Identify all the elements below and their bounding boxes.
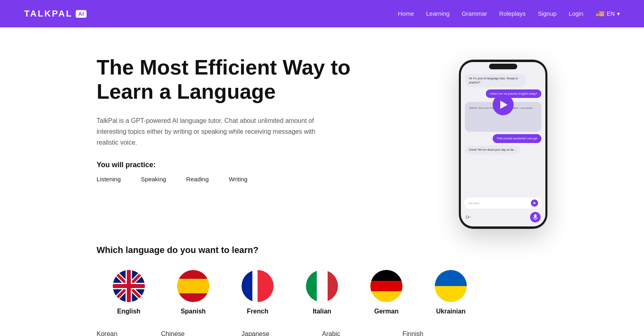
logo-link[interactable]: TALKPAL AI (24, 8, 87, 19)
language-heading: Which language do you want to learn? (97, 245, 547, 255)
language-item-arabic[interactable]: Arabic (322, 327, 402, 336)
nav-home[interactable]: Home (398, 10, 414, 17)
flag-french (242, 270, 274, 302)
hero-section: The Most Efficient Way to Learn a Langua… (0, 27, 644, 245)
svg-rect-21 (306, 270, 317, 302)
logo-text: TALKPAL (24, 8, 72, 19)
svg-rect-24 (370, 270, 402, 281)
language-item-japanese[interactable]: Japanese (242, 327, 322, 336)
language-section: Which language do you want to learn? (0, 245, 644, 336)
hero-title: The Most Efficient Way to Learn a Langua… (97, 56, 358, 104)
language-name-ukrainian: Ukrainian (436, 308, 466, 315)
logo-badge: AI (76, 10, 87, 18)
language-item-ukrainian[interactable]: Ukrainian (419, 270, 483, 315)
language-item-spanish[interactable]: Spanish (161, 270, 225, 315)
practice-skills: Listening Speaking Reading Writing (97, 176, 358, 183)
language-name-french: French (247, 308, 268, 315)
phone-mockup: Hi! I'm your AI language tutor. Ready to… (459, 60, 547, 229)
chat-area: Hi! I'm your AI language tutor. Ready to… (461, 62, 545, 197)
language-selector[interactable]: 🇺🇸 EN ▾ (596, 9, 620, 18)
language-name-spanish: Spanish (181, 308, 206, 315)
back-icon[interactable] (466, 214, 471, 220)
nav-roleplays[interactable]: Roleplays (499, 10, 526, 17)
svg-rect-13 (113, 284, 145, 288)
skill-speaking: Speaking (141, 176, 166, 183)
language-item-chinese[interactable]: Chinese (161, 327, 242, 336)
chat-bubble-3: That sounds wonderful! Let's go! (493, 134, 541, 143)
nav-login[interactable]: Login (569, 10, 584, 17)
skill-reading: Reading (186, 176, 209, 183)
hero-content: The Most Efficient Way to Learn a Langua… (97, 56, 358, 199)
microphone-icon (533, 214, 538, 220)
hero-description: TalkPal is a GPT-powered AI language tut… (97, 115, 330, 148)
language-item-french[interactable]: French (225, 270, 290, 315)
svg-rect-26 (435, 270, 467, 286)
flag-english (113, 270, 145, 302)
language-item-finnish[interactable]: Finnish (402, 327, 467, 336)
phone-screen: Hi! I'm your AI language tutor. Ready to… (461, 62, 545, 226)
svg-point-1 (466, 216, 469, 218)
skill-writing: Writing (229, 176, 248, 183)
nav-signup[interactable]: Signup (538, 10, 557, 17)
nav-links: Home Learning Grammar Roleplays Signup L… (398, 9, 620, 18)
svg-rect-3 (534, 214, 537, 218)
svg-marker-0 (533, 202, 536, 204)
play-button[interactable] (493, 94, 514, 115)
phone-input-placeholder: Ask here... (468, 202, 481, 205)
skill-listening: Listening (97, 176, 121, 183)
microphone-button[interactable] (530, 212, 541, 222)
flag-italian (306, 270, 338, 302)
practice-heading: You will practice: (97, 161, 358, 169)
chat-bubble-1: Hi! I'm your AI language tutor. Ready to… (465, 74, 526, 87)
lang-flag: 🇺🇸 (596, 9, 605, 18)
svg-rect-15 (177, 279, 209, 293)
play-icon (500, 101, 508, 109)
language-name-english: English (117, 308, 140, 315)
phone-notch (489, 64, 517, 69)
lang-code: EN (607, 10, 615, 17)
navbar: TALKPAL AI Home Learning Grammar Rolepla… (0, 0, 644, 27)
send-icon (533, 201, 537, 205)
phone-input-bar[interactable]: Ask here... (464, 197, 542, 209)
language-item-italian[interactable]: Italian (290, 270, 354, 315)
phone-mic-area (461, 212, 545, 226)
chevron-down-icon: ▾ (617, 10, 620, 17)
language-name-italian: Italian (313, 308, 331, 315)
language-item-korean[interactable]: Korean (97, 327, 161, 336)
chat-bubble-2: Hello! Can we practice English today? (486, 89, 541, 98)
nav-learning[interactable]: Learning (426, 10, 450, 17)
language-text-row-2: Korean Chinese Japanese Arabic Finnish (97, 327, 547, 336)
flag-spanish (177, 270, 209, 302)
nav-grammar[interactable]: Grammar (462, 10, 487, 17)
chat-bubble-4: Great! Tell me about your day so far... (465, 145, 520, 154)
language-grid-top: English Spanish French (97, 270, 547, 315)
phone-send-button[interactable] (531, 199, 538, 207)
language-name-german: German (374, 308, 398, 315)
flag-ukrainian (435, 270, 467, 302)
language-item-english[interactable]: English (97, 270, 161, 315)
language-item-german[interactable]: German (354, 270, 419, 315)
flag-german (370, 270, 402, 302)
svg-rect-18 (242, 270, 252, 302)
